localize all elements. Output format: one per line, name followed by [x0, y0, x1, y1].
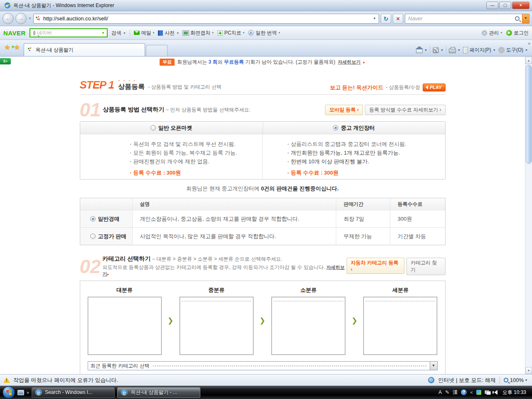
- fee-detail-button[interactable]: 등록 방식별 수수료 자세히보기 ›: [365, 105, 445, 115]
- site-favicon: [35, 16, 41, 22]
- network-icon[interactable]: [485, 390, 491, 395]
- col-fee: 등록수수료: [390, 198, 445, 210]
- window-title: 옥션-내 상품팔기 - Windows Internet Explorer: [13, 2, 486, 9]
- guide-link[interactable]: 보고 듣는! 옥션가이드: [330, 84, 384, 91]
- category-level3-list[interactable]: ----------------------------------------…: [271, 297, 345, 355]
- security-zone-text: 인터넷 | 보호 모드: 해제: [438, 377, 495, 384]
- search-provider-dropdown[interactable]: ▼: [522, 14, 529, 23]
- arrow-right-icon: ›: [351, 266, 352, 272]
- volume-icon[interactable]: [494, 390, 498, 395]
- page-menu[interactable]: 페이지(P)▼: [463, 47, 496, 54]
- chevron-down-icon: ▾: [243, 31, 244, 34]
- close-button[interactable]: ×: [512, 2, 530, 9]
- home-icon: [416, 49, 423, 53]
- section01-number: 01: [80, 101, 103, 118]
- category-level3-label: 소분류: [271, 286, 345, 294]
- used-market-option[interactable]: 중고 개인장터: [263, 122, 445, 134]
- naver-search-dropdown-icon[interactable]: ▼: [101, 31, 106, 35]
- gear-icon: [482, 30, 487, 36]
- fixed-price-radio[interactable]: [90, 234, 96, 239]
- print-button[interactable]: ▼: [449, 47, 461, 53]
- back-button[interactable]: ←: [2, 13, 14, 24]
- favorites-icon[interactable]: ★: [4, 43, 10, 52]
- auction-option[interactable]: 일반경매: [80, 210, 132, 227]
- col-desc: 설명: [132, 198, 336, 210]
- url-input[interactable]: [43, 15, 370, 22]
- open-market-option[interactable]: 일반 오픈마켓: [80, 122, 263, 134]
- forward-button[interactable]: →: [15, 13, 27, 24]
- step1-label: STEP 1: [80, 79, 118, 91]
- open-market-radio[interactable]: [150, 125, 156, 131]
- naver-capture-menu[interactable]: 화면캡처▾: [183, 30, 214, 37]
- pen-icon[interactable]: ✎: [445, 389, 449, 395]
- auction-radio[interactable]: [90, 216, 96, 222]
- naver-dictionary-menu[interactable]: 사전▼: [158, 30, 179, 37]
- used-market-radio[interactable]: [333, 125, 338, 131]
- naver-search-menu[interactable]: 검색▼: [111, 30, 126, 37]
- search-box[interactable]: ▼: [405, 14, 530, 24]
- home-button[interactable]: ▼: [416, 47, 427, 53]
- taskbar-item-search[interactable]: e Search - Windows I...: [32, 387, 115, 398]
- scroll-down-button[interactable]: ▼: [525, 367, 532, 374]
- play-button[interactable]: PLAY: [423, 84, 446, 91]
- mobile-register-button[interactable]: 모바일 등록 ›: [325, 105, 363, 115]
- naver-login-button[interactable]: ▶로그인: [506, 30, 529, 37]
- language-indicator[interactable]: A: [438, 389, 442, 395]
- naver-mail-menu[interactable]: 메일▾: [134, 30, 155, 37]
- tray-app-icon[interactable]: [476, 390, 481, 395]
- chevron-down-icon: ▾: [500, 31, 502, 34]
- bullet: 상품리스트의 중고탭과 중고장터 코너에 전시됨.: [288, 140, 445, 148]
- minimize-button[interactable]: —: [486, 2, 498, 9]
- translate-icon: あ: [248, 30, 254, 36]
- help-icon[interactable]: ?: [461, 389, 467, 395]
- side-badge-icon[interactable]: $≡: [0, 58, 11, 64]
- auto-category-button[interactable]: 자동차 카테고리 등록 ›: [347, 258, 404, 274]
- naver-translate-menu[interactable]: あ일한 번역▾: [248, 30, 280, 37]
- show-desktop-icon[interactable]: [17, 390, 24, 395]
- history-dropdown-icon[interactable]: ▼: [28, 17, 32, 20]
- category-level1-list[interactable]: [88, 297, 162, 355]
- warning-icon[interactable]: [3, 377, 10, 383]
- recent-category-select[interactable]: 최근 등록한 카테고리 선택 ▼: [88, 361, 438, 370]
- category-level1-label: 대분류: [88, 286, 162, 294]
- vertical-scrollbar[interactable]: ▲ ▼: [525, 57, 532, 374]
- naver-search-input[interactable]: [37, 30, 101, 36]
- naver-pccure-menu[interactable]: PC치료▾: [217, 30, 244, 37]
- address-dropdown-icon[interactable]: ▼: [372, 17, 377, 20]
- sell-type-table: 설명 판매기간 등록수수료 일반경매 개인소장품이나, 중고상품, 소량의 재고…: [80, 198, 446, 245]
- taskbar-item-auction[interactable]: e 옥션-내 상품팔기 - ...: [117, 387, 200, 398]
- quicklaunch-chevrons-icon[interactable]: »: [27, 390, 29, 395]
- new-tab-button[interactable]: [146, 45, 167, 56]
- taskbar-clock[interactable]: 오후 10:33: [501, 389, 528, 396]
- zoom-control[interactable]: 100% ▾: [504, 377, 529, 383]
- tools-menu[interactable]: 도구(O)▼: [498, 47, 528, 54]
- notice-detail-link[interactable]: 자세히보기: [338, 59, 361, 65]
- used-market-details: 상품리스트의 중고탭과 중고장터 코너에 전시됨. 개인회원만 등록가능, 1개…: [263, 134, 445, 179]
- hanja-indicator[interactable]: 漢: [453, 389, 458, 396]
- category-box: 대분류 ❯ 중분류 ------------------------------…: [80, 281, 446, 374]
- address-bar[interactable]: ▼: [33, 14, 379, 24]
- maximize-button[interactable]: ▢: [499, 2, 511, 9]
- fixed-price-option[interactable]: 고정가 판매: [80, 228, 132, 245]
- select-dropdown-button[interactable]: ▼: [430, 362, 437, 370]
- start-button[interactable]: [2, 386, 15, 399]
- search-input[interactable]: [408, 15, 512, 22]
- scroll-up-button[interactable]: ▲: [525, 57, 532, 64]
- search-icon[interactable]: [515, 16, 520, 21]
- add-favorite-icon[interactable]: ★+: [14, 43, 20, 52]
- feeds-button[interactable]: ▼: [433, 47, 443, 53]
- stop-button[interactable]: ×: [393, 14, 403, 24]
- find-category-button[interactable]: 카테고리 찾기: [406, 258, 446, 275]
- category-level4-list[interactable]: ----------------------------------------…: [363, 297, 437, 355]
- tab-auction-sell[interactable]: 옥션-내 상품팔기: [24, 43, 145, 56]
- refresh-button[interactable]: ↻: [381, 14, 391, 24]
- step1-title: 상품등록: [118, 83, 145, 91]
- scrollbar-thumb[interactable]: [526, 65, 532, 164]
- naver-search-box[interactable]: ▼: [30, 28, 108, 37]
- category-level2-list[interactable]: ----------------------------------------…: [180, 297, 254, 355]
- naver-manage-menu[interactable]: 관리▾: [482, 30, 502, 37]
- hidden-icons-chevron[interactable]: <: [470, 390, 473, 395]
- chevron-down-icon: ▼: [493, 49, 496, 52]
- overflow-chevrons-icon[interactable]: »: [528, 41, 530, 46]
- naver-logo[interactable]: NAVER: [3, 30, 26, 37]
